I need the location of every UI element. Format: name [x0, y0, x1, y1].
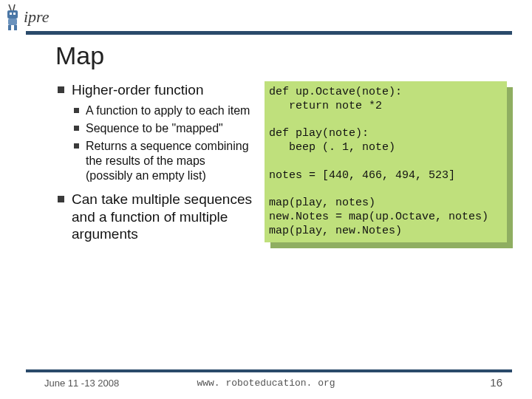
sub-bullet-item: Sequence to be "mapped"	[74, 121, 257, 136]
bullet-square-icon	[74, 108, 79, 113]
code-block: def up.Octave(note): return note *2 def …	[265, 81, 513, 242]
top-divider	[26, 31, 512, 35]
sub-bullet-text: Sequence to be "mapped"	[86, 121, 223, 136]
robot-icon	[4, 3, 22, 31]
bullet-square-icon	[74, 143, 79, 149]
bullet-column: Higher-order function A function to appl…	[58, 81, 257, 246]
logo-text: ipre	[24, 7, 50, 27]
svg-line-1	[13, 4, 15, 10]
bottom-divider	[26, 369, 512, 372]
sub-bullet-list: A function to apply to each item Sequenc…	[74, 103, 257, 183]
sub-bullet-text: A function to apply to each item	[86, 103, 250, 118]
content-area: Higher-order function A function to appl…	[58, 81, 501, 246]
svg-rect-6	[8, 25, 11, 30]
svg-rect-4	[13, 13, 16, 15]
svg-rect-3	[10, 13, 12, 15]
bullet-text: Can take multiple sequences and a functi…	[72, 191, 257, 243]
svg-rect-7	[14, 25, 17, 30]
bullet-text: Higher-order function	[72, 81, 203, 99]
slide-title: Map	[55, 41, 104, 70]
sub-bullet-text: Returns a sequence combining the results…	[86, 139, 257, 183]
page-number: 16	[490, 376, 502, 389]
footer-url: www. roboteducation. org	[0, 378, 532, 389]
sub-bullet-item: Returns a sequence combining the results…	[74, 139, 257, 183]
svg-rect-2	[7, 10, 18, 18]
bullet-square-icon	[58, 86, 64, 93]
sub-bullet-item: A function to apply to each item	[74, 103, 257, 118]
svg-line-0	[9, 4, 11, 10]
bullet-square-icon	[74, 126, 79, 131]
bullet-item: Higher-order function	[58, 81, 257, 99]
bullet-square-icon	[58, 196, 64, 202]
code-column: def up.Octave(note): return note *2 def …	[265, 81, 501, 246]
svg-rect-5	[8, 18, 17, 25]
bullet-item: Can take multiple sequences and a functi…	[58, 191, 257, 243]
logo: ipre	[4, 3, 50, 31]
code-content: def up.Octave(note): return note *2 def …	[265, 81, 507, 242]
